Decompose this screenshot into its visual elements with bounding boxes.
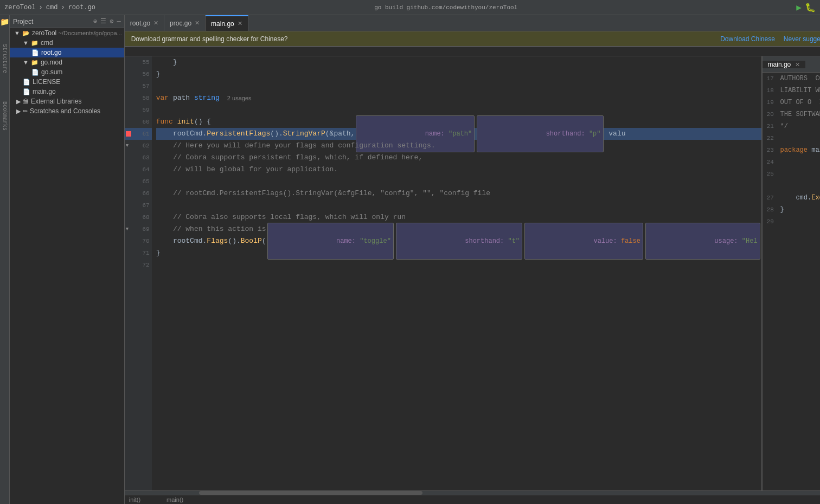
- breadcrumb-bar: init() main(): [125, 495, 820, 504]
- right-line-19: 19OUT OF O IN CONNE: [767, 96, 820, 108]
- project-tree: ▼ 📂 zeroTool ~/Documents/go/gopa... ▼ 📁 …: [10, 28, 124, 504]
- title-rootgo: root.go: [68, 4, 95, 11]
- project-icon[interactable]: 📁: [0, 17, 9, 27]
- right-tab-maingo[interactable]: main.go ✕: [763, 61, 805, 68]
- root-folder-icon: ▼: [14, 30, 20, 36]
- right-line-20: 20THE SOFTWARE.: [767, 108, 820, 120]
- right-line-27: 27 cmd.Execute(): [767, 192, 820, 204]
- tab-procgo-close[interactable]: ✕: [195, 20, 200, 27]
- gomod-icon: 📁: [31, 59, 39, 66]
- ext-libs-label: External Libraries: [31, 98, 81, 105]
- rootgo-label: root.go: [41, 49, 61, 56]
- code-line-70: rootCmd.Flags().BoolP( name: "toggle" sh…: [156, 235, 761, 247]
- license-icon: 📄: [23, 79, 30, 86]
- tab-maingo-close[interactable]: ✕: [238, 20, 242, 27]
- code-line-58: var path string 2 usages: [156, 92, 761, 104]
- title-breadcrumb: zeroTool › cmd › root.go: [4, 4, 95, 11]
- code-line-57: [156, 80, 761, 92]
- panel-toolbar: Project ⊕ ☰ ⚙ —: [10, 15, 124, 28]
- code-line-56: }: [156, 68, 761, 80]
- right-code-content[interactable]: 17AUTHORS COPYRIGH 18LIABILIT WHETHER 19…: [763, 73, 820, 490]
- right-tab-close[interactable]: ✕: [795, 61, 800, 68]
- code-line-66: // rootCmd.PersistentFlags().StringVar(&…: [156, 188, 761, 199]
- tree-gomod[interactable]: ▼ 📁 go.mod: [10, 57, 124, 67]
- project-panel: Project ⊕ ☰ ⚙ — ▼ 📂 zeroTool ~/Documents…: [10, 15, 125, 504]
- tree-rootgo[interactable]: 📄 root.go: [10, 48, 124, 57]
- tree-scratches[interactable]: ▶ ✏ Scratches and Consoles: [10, 106, 124, 116]
- right-tab-bar: main.go ✕: [763, 56, 820, 73]
- breakpoint-dot: [126, 131, 131, 137]
- right-line-23: 23package main: [767, 144, 820, 156]
- license-label: LICENSE: [33, 78, 60, 86]
- cmd-icon: 📁: [31, 40, 39, 47]
- gosum-label: go.sum: [41, 68, 62, 76]
- tab-rootgo[interactable]: root.go ✕: [125, 15, 164, 31]
- code-line-63: // Cobra supports persistent flags, whic…: [156, 152, 761, 164]
- bookmarks-icon[interactable]: Bookmarks: [2, 101, 8, 131]
- structure-icon[interactable]: Structure: [2, 44, 8, 73]
- right-line-21: 21*/: [767, 120, 820, 132]
- gosum-icon: 📄: [31, 69, 39, 76]
- download-chinese-button[interactable]: Download Chinese: [720, 35, 775, 43]
- tree-license[interactable]: 📄 LICENSE: [10, 77, 124, 87]
- collapse-icon[interactable]: ☰: [100, 17, 106, 25]
- scrollbar-thumb[interactable]: [199, 491, 422, 495]
- horizontal-scrollbar[interactable]: [125, 490, 820, 495]
- root-project-icon: 📂: [22, 30, 30, 37]
- maingo-label: main.go: [33, 88, 56, 95]
- tab-rootgo-close[interactable]: ✕: [153, 20, 158, 27]
- tree-ext-libs[interactable]: ▶ 🏛 External Libraries: [10, 96, 124, 106]
- tree-maingo[interactable]: 📄 main.go: [10, 87, 124, 96]
- tab-maingo-label: main.go: [211, 20, 234, 28]
- gomod-label: go.mod: [41, 59, 62, 66]
- code-content[interactable]: } } var path string 2 usages func init()…: [152, 56, 761, 490]
- ext-libs-icon: 🏛: [23, 98, 29, 105]
- settings-icon[interactable]: ⚙: [110, 17, 113, 25]
- line-numbers: 55 56 57 58 59: [125, 56, 152, 490]
- breadcrumb-main: main(): [166, 496, 183, 503]
- sync-icon[interactable]: ⊕: [93, 17, 97, 25]
- tree-gosum[interactable]: 📄 go.sum: [10, 67, 124, 77]
- title-zerotool: zeroTool: [4, 4, 36, 11]
- code-line-55: }: [156, 56, 761, 68]
- code-line-61: rootCmd.PersistentFlags().StringVarP(&pa…: [156, 128, 761, 140]
- right-line-26: ▶ 26func main() {: [767, 180, 820, 192]
- rootgo-icon: 📄: [31, 49, 39, 56]
- left-icon-strip: 📁 Structure Bookmarks: [0, 15, 10, 504]
- code-line-68: // Cobra also supports local flags, whic…: [156, 211, 761, 223]
- close-panel-icon[interactable]: —: [117, 18, 121, 25]
- never-suggest-button[interactable]: Never suggest Chinese: [784, 35, 820, 43]
- tab-bar: root.go ✕ proc.go ✕ main.go ✕ ⋮: [125, 15, 820, 31]
- editor-area: root.go ✕ proc.go ✕ main.go ✕ ⋮ Download…: [125, 15, 820, 504]
- error-bar: ⚠ 1 ✓ 1 ∧ ∨: [125, 47, 820, 56]
- code-line-67: [156, 199, 761, 211]
- code-line-65: [156, 176, 761, 188]
- title-bar: zeroTool › cmd › root.go go build github…: [0, 0, 820, 15]
- notification-bar: Download grammar and spelling checker fo…: [125, 31, 820, 47]
- scratches-icon: ✏: [23, 108, 28, 115]
- right-line-17: 17AUTHORS COPYRIGH: [767, 73, 820, 85]
- maingo-icon: 📄: [23, 88, 30, 95]
- right-line-24: 24: [767, 156, 820, 168]
- notification-text: Download grammar and spelling checker fo…: [131, 35, 712, 43]
- ext-icon: ▶: [16, 98, 21, 105]
- code-line-64: // will be global for your application.: [156, 164, 761, 176]
- right-line-25: 25: [767, 168, 820, 180]
- root-label: zeroTool ~/Documents/go/gopa...: [32, 29, 122, 37]
- tab-procgo[interactable]: proc.go ✕: [164, 15, 206, 31]
- cmd-folder-icon: ▼: [23, 40, 29, 46]
- title-center: go build github.com/codewithyou/zeroTool: [95, 4, 796, 11]
- gomod-folder-icon: ▼: [23, 59, 29, 66]
- scratches-folder-icon: ▶: [16, 108, 21, 115]
- panel-title: Project: [13, 18, 90, 25]
- tree-root[interactable]: ▼ 📂 zeroTool ~/Documents/go/gopa...: [10, 28, 124, 38]
- breadcrumb-init: init(): [129, 496, 140, 503]
- run-config-label: go build github.com/codewithyou/zeroTool: [374, 4, 517, 11]
- tab-maingo[interactable]: main.go ✕: [206, 15, 248, 31]
- debug-button[interactable]: 🐛: [805, 2, 816, 13]
- run-button[interactable]: ▶: [796, 2, 802, 13]
- tree-cmd[interactable]: ▼ 📁 cmd: [10, 38, 124, 48]
- right-line-22: 22: [767, 132, 820, 144]
- scratches-label: Scratches and Consoles: [30, 107, 100, 115]
- title-cmd: cmd: [46, 4, 58, 11]
